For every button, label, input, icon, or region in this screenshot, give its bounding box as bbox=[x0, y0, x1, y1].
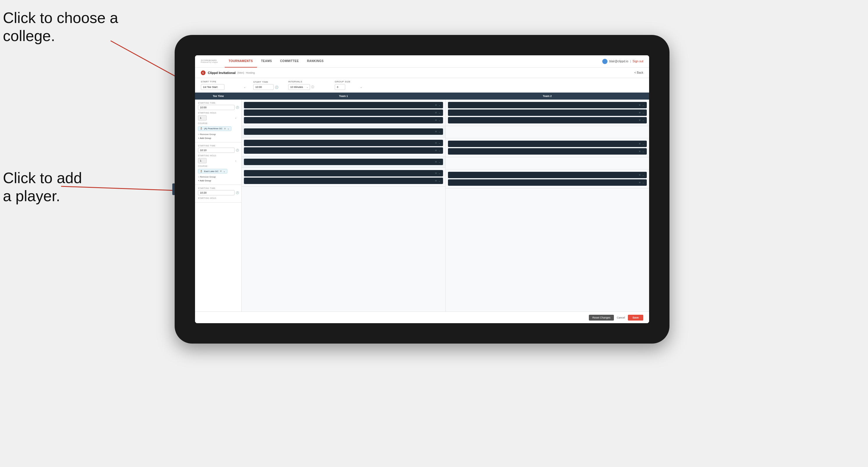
hole-select-2[interactable]: 1 bbox=[198, 158, 207, 163]
reset-changes-button[interactable]: Reset Changes bbox=[589, 315, 614, 320]
tee-block-2: STARTING TIME: 🕙 STARTING HOLE: 1 COUR bbox=[195, 143, 241, 185]
course-player-icon-2-1[interactable]: ✕ bbox=[435, 160, 437, 163]
annotation-line3: Click to add bbox=[3, 169, 82, 186]
th-team2: Team 2 bbox=[445, 93, 649, 100]
t2-player-chevron-1-1[interactable]: ⌄ bbox=[642, 104, 645, 106]
t2-player-chevron-3-2[interactable]: ⌄ bbox=[642, 181, 645, 184]
course-player-icon-1-1[interactable]: ✕ bbox=[435, 130, 437, 133]
player-chevron-icon-2-1[interactable]: ⌄ bbox=[438, 142, 441, 145]
intervals-label: Intervals bbox=[288, 80, 329, 83]
course-remove-2[interactable]: ✕ bbox=[220, 170, 222, 173]
start-type-select[interactable]: 1st Tee Start bbox=[201, 84, 224, 90]
intervals-wrapper: 10 Minutes bbox=[288, 84, 310, 90]
player-expand-icon-1-2[interactable]: ✕ bbox=[435, 111, 437, 114]
add-group-btn-2[interactable]: + Add Group bbox=[198, 179, 238, 182]
add-group-btn-1[interactable]: + Add Group bbox=[198, 136, 238, 140]
content-area: STARTING TIME: 🕙 STARTING HOLE: 1 COUR bbox=[195, 100, 649, 312]
starting-hole-label-3: STARTING HOLE: bbox=[198, 197, 238, 199]
tab-tournaments[interactable]: TOURNAMENTS bbox=[225, 55, 257, 67]
t2-player-icon-3-2[interactable]: ✕ bbox=[639, 181, 641, 184]
remove-group-btn-2[interactable]: ○ Remove Group bbox=[198, 175, 238, 179]
player-row-3-1: ✕ ⌄ bbox=[244, 170, 443, 177]
t2-player-icon-3-1[interactable]: ✕ bbox=[639, 174, 641, 177]
tab-teams[interactable]: TEAMS bbox=[257, 55, 276, 67]
tab-committee[interactable]: COMMITTEE bbox=[276, 55, 303, 67]
tee-time-input-3[interactable] bbox=[198, 190, 235, 195]
course-label-1: COURSE: bbox=[198, 122, 238, 124]
course-player-chevron-1-1[interactable]: ⌄ bbox=[438, 130, 441, 133]
start-time-input[interactable] bbox=[253, 84, 274, 90]
team2-block-2: ✕ ⌄ ✕ ⌄ bbox=[446, 138, 649, 157]
info-icon: ⓘ bbox=[311, 85, 314, 89]
course-player-chevron-2-1[interactable]: ⌄ bbox=[438, 160, 441, 163]
group-size-group: Group Size 3 bbox=[335, 80, 364, 90]
t2-player-chevron-3-1[interactable]: ⌄ bbox=[642, 174, 645, 177]
group-actions-1: ○ Remove Group + Add Group bbox=[198, 133, 238, 140]
team2-block-1: ✕ ⌄ ✕ ⌄ ✕ ⌄ bbox=[446, 100, 649, 126]
tee-time-input-1[interactable] bbox=[198, 105, 235, 110]
player-chevron-icon-1-1[interactable]: ⌄ bbox=[438, 104, 441, 106]
team2-empty-1 bbox=[446, 126, 649, 138]
intervals-select[interactable]: 10 Minutes bbox=[288, 84, 310, 90]
starting-time-label-2: STARTING TIME: bbox=[198, 145, 238, 147]
player-chevron-icon-2-2[interactable]: ⌄ bbox=[438, 149, 441, 152]
t2-player-row-1-1: ✕ ⌄ bbox=[448, 102, 647, 108]
group-size-select[interactable]: 3 bbox=[335, 84, 345, 90]
annotation-line2: college. bbox=[3, 27, 55, 44]
nav-logo: SCOREBOARD Powered by clippd bbox=[201, 59, 218, 63]
back-button[interactable]: < Back bbox=[634, 71, 643, 74]
player-row-3-2: ✕ ⌄ bbox=[244, 178, 443, 184]
nav-tabs: TOURNAMENTS TEAMS COMMITTEE RANKINGS bbox=[225, 55, 602, 67]
start-time-label: Start Time bbox=[253, 81, 282, 83]
nav-signout[interactable]: Sign out bbox=[632, 60, 643, 63]
start-type-wrapper: 1st Tee Start bbox=[201, 84, 247, 90]
tee-time-input-row-1: 🕙 bbox=[198, 105, 238, 110]
hole-select-wrapper-1: 1 bbox=[198, 115, 238, 121]
course-icon-2: 🏌 bbox=[200, 170, 203, 173]
cancel-button[interactable]: Cancel bbox=[617, 316, 625, 319]
group-actions-2: ○ Remove Group + Add Group bbox=[198, 175, 238, 182]
t2-player-icon-2-1[interactable]: ✕ bbox=[639, 143, 641, 145]
player-expand-icon-1-3[interactable]: ✕ bbox=[435, 119, 437, 122]
remove-group-btn-1[interactable]: ○ Remove Group bbox=[198, 133, 238, 136]
team2-empty-2 bbox=[446, 157, 649, 169]
right-panel: ✕ ⌄ ✕ ⌄ ✕ ⌄ bbox=[242, 100, 649, 312]
table-header: Tee Time Team 1 Team 2 bbox=[195, 93, 649, 100]
clock-icon-3: 🕙 bbox=[236, 191, 239, 194]
tablet-screen: SCOREBOARD Powered by clippd TOURNAMENTS… bbox=[195, 55, 649, 323]
player-expand-icon-3-1[interactable]: ✕ bbox=[435, 172, 437, 175]
player-expand-icon-2-2[interactable]: ✕ bbox=[435, 149, 437, 152]
course-tag-1: 🏌 (A) Peachtree GC ✕ ⌄ bbox=[198, 126, 231, 131]
t2-player-chevron-1-3[interactable]: ⌄ bbox=[642, 119, 645, 122]
save-button[interactable]: Save bbox=[628, 315, 643, 320]
player-expand-icon-2-1[interactable]: ✕ bbox=[435, 142, 437, 145]
tab-rankings[interactable]: RANKINGS bbox=[303, 55, 328, 67]
player-chevron-icon-1-3[interactable]: ⌄ bbox=[438, 119, 441, 122]
hole-select-1[interactable]: 1 bbox=[198, 115, 207, 121]
player-row-2-2: ✕ ⌄ bbox=[244, 147, 443, 154]
course-remove-1[interactable]: ✕ bbox=[224, 127, 226, 130]
t2-player-chevron-2-1[interactable]: ⌄ bbox=[642, 143, 645, 145]
course-icon-1: 🏌 bbox=[200, 127, 203, 130]
t2-player-chevron-1-2[interactable]: ⌄ bbox=[642, 111, 645, 114]
team1-course-block-2: ✕ ⌄ bbox=[242, 156, 445, 168]
player-row-1-1: ✕ ⌄ bbox=[244, 102, 443, 108]
t2-player-icon-1-3[interactable]: ✕ bbox=[639, 119, 641, 122]
bottom-bar: Reset Changes Cancel Save bbox=[195, 312, 649, 323]
t2-player-chevron-2-2[interactable]: ⌄ bbox=[642, 150, 645, 153]
t2-player-icon-1-2[interactable]: ✕ bbox=[639, 111, 641, 114]
player-expand-icon-1-1[interactable]: ✕ bbox=[435, 104, 437, 106]
player-row-2-1: ✕ ⌄ bbox=[244, 140, 443, 146]
t2-player-icon-2-2[interactable]: ✕ bbox=[639, 150, 641, 153]
nav-avatar bbox=[602, 59, 608, 64]
hole-select-wrapper-2: 1 bbox=[198, 157, 238, 163]
player-expand-icon-3-2[interactable]: ✕ bbox=[435, 179, 437, 182]
tee-time-input-2[interactable] bbox=[198, 148, 235, 153]
player-chevron-icon-1-2[interactable]: ⌄ bbox=[438, 111, 441, 114]
player-chevron-icon-3-2[interactable]: ⌄ bbox=[438, 179, 441, 182]
tee-block-3: STARTING TIME: 🕙 STARTING HOLE: bbox=[195, 185, 241, 203]
sub-header-badge: (Men) bbox=[237, 71, 244, 74]
sub-header-logo: C bbox=[201, 70, 206, 75]
t2-player-icon-1-1[interactable]: ✕ bbox=[639, 104, 641, 106]
player-chevron-icon-3-1[interactable]: ⌄ bbox=[438, 172, 441, 175]
